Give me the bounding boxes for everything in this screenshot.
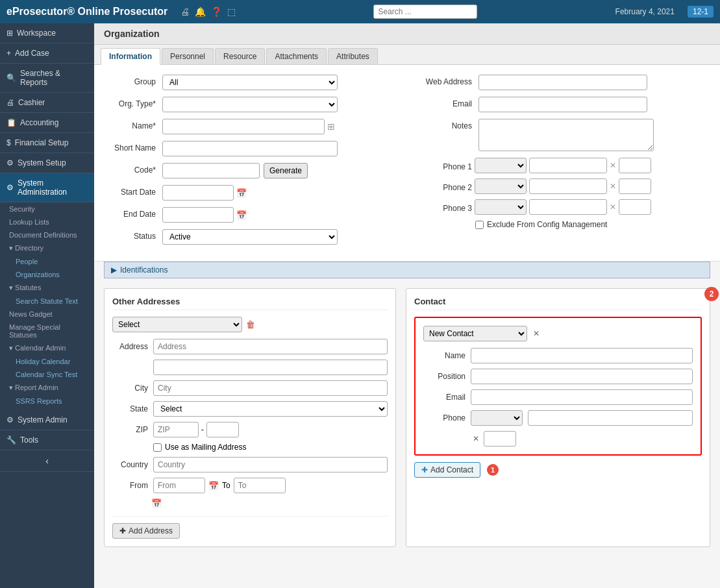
sidebar-collapse-btn[interactable]: ‹: [0, 450, 94, 472]
phone2-number-input[interactable]: [529, 178, 607, 194]
sidebar-tree-people[interactable]: People: [0, 255, 94, 268]
logout-icon[interactable]: ⬚: [227, 6, 236, 17]
to-input[interactable]: [234, 478, 286, 493]
phone1-type-select[interactable]: [475, 158, 527, 173]
identifications-section[interactable]: ▶ Identifications: [104, 262, 710, 278]
phone2-row: Phone 2 ✕: [414, 178, 710, 194]
sidebar-tree-security[interactable]: Security: [0, 202, 94, 215]
tab-attachments[interactable]: Attachments: [266, 48, 327, 64]
contact-phone-x-icon[interactable]: ✕: [471, 434, 481, 443]
zip-input[interactable]: [153, 422, 199, 437]
email-input[interactable]: [478, 97, 647, 112]
notes-textarea[interactable]: [478, 119, 654, 151]
address-delete-icon[interactable]: 🗑: [246, 319, 255, 330]
help-icon[interactable]: ❓: [211, 6, 222, 17]
tab-information[interactable]: Information: [101, 48, 160, 65]
contact-position-input[interactable]: [471, 369, 693, 384]
group-select[interactable]: All: [162, 75, 338, 90]
sidebar-item-searches[interactable]: 🔍 Searches & Reports: [0, 64, 94, 93]
mailing-checkbox[interactable]: [153, 443, 162, 452]
sidebar-item-financial-setup[interactable]: $ Financial Setup: [0, 133, 94, 153]
sidebar-item-system-setup[interactable]: ⚙ System Setup: [0, 153, 94, 173]
cashier-icon: 🖨: [6, 98, 14, 107]
code-label: Code*: [104, 163, 156, 175]
contact-phone-ext-input[interactable]: [484, 431, 516, 447]
sidebar-item-cashier[interactable]: 🖨 Cashier: [0, 93, 94, 113]
code-input[interactable]: [162, 163, 260, 178]
phone3-ext-input[interactable]: [619, 199, 651, 215]
end-date-input[interactable]: [162, 207, 234, 223]
name-input[interactable]: [162, 119, 325, 134]
sidebar-tree-calendar-admin[interactable]: ▾ Calendar Admin: [0, 341, 94, 355]
new-contact-select[interactable]: New Contact: [423, 326, 527, 341]
sidebar-item-system-admin[interactable]: ⚙ System Administration: [0, 173, 94, 202]
bell-icon[interactable]: 🔔: [195, 6, 206, 17]
exclude-checkbox[interactable]: [475, 221, 484, 229]
sidebar-tree-search-statute[interactable]: Search Statute Text: [0, 295, 94, 308]
address-line2-input[interactable]: [153, 360, 388, 375]
web-address-label: Web Address: [414, 75, 472, 86]
phone3-type-select[interactable]: [475, 199, 527, 215]
sidebar-tree-manage-statuses[interactable]: Manage Special Statuses: [0, 321, 94, 341]
add-address-button[interactable]: ✚ Add Address: [112, 523, 180, 539]
start-date-calendar-icon[interactable]: 📅: [236, 188, 247, 198]
phone1-x-icon[interactable]: ✕: [610, 161, 616, 170]
sidebar-item-sysadmin[interactable]: ⚙ System Admin: [0, 410, 94, 430]
web-address-input[interactable]: [478, 75, 647, 90]
phone2-ext-input[interactable]: [619, 178, 651, 194]
sidebar-item-add-case[interactable]: + Add Case: [0, 43, 94, 64]
org-type-select[interactable]: [162, 97, 338, 112]
sidebar-tree-statutes[interactable]: ▾ Statutes: [0, 281, 94, 295]
sidebar-tree-document-def[interactable]: Document Definitions: [0, 228, 94, 241]
print-icon[interactable]: 🖨: [180, 6, 190, 17]
status-row: Status Active: [104, 229, 401, 245]
sidebar-tree-holiday[interactable]: Holiday Calendar: [0, 355, 94, 368]
tab-attributes[interactable]: Attributes: [328, 48, 378, 64]
sidebar-tree-organizations[interactable]: Organizations: [0, 268, 94, 281]
contact-name-label: Name: [423, 351, 466, 360]
from-input[interactable]: [153, 478, 205, 493]
sidebar-item-workspace[interactable]: ⊞ Workspace: [0, 23, 94, 43]
country-input[interactable]: [153, 457, 388, 472]
short-name-input[interactable]: [162, 141, 338, 156]
phone3-number-input[interactable]: [529, 199, 607, 215]
contact-phone-type-select[interactable]: [471, 410, 523, 426]
sidebar-tree-calendar-sync[interactable]: Calendar Sync Test: [0, 368, 94, 381]
city-input[interactable]: [153, 380, 388, 396]
tab-resource[interactable]: Resource: [215, 48, 265, 64]
from-calendar-icon2[interactable]: 📅: [151, 498, 162, 508]
sidebar-item-tools[interactable]: 🔧 Tools: [0, 430, 94, 450]
state-select[interactable]: Select: [153, 401, 388, 417]
address-line1-input[interactable]: [153, 339, 388, 354]
address-type-select[interactable]: Select: [112, 317, 242, 332]
phone1-number-input[interactable]: [529, 158, 607, 173]
zip-ext-input[interactable]: [206, 422, 239, 437]
search-input[interactable]: [373, 5, 477, 19]
phone2-x-icon[interactable]: ✕: [610, 182, 616, 191]
contact-phone-input[interactable]: [528, 410, 693, 426]
short-name-label: Short Name: [104, 141, 156, 153]
contact-email-input[interactable]: [471, 389, 693, 405]
sidebar-tree-lookup-lists[interactable]: Lookup Lists: [0, 215, 94, 228]
generate-button[interactable]: Generate: [264, 163, 308, 178]
phone2-type-select[interactable]: [475, 178, 527, 194]
contact-phone-label: Phone: [423, 413, 466, 423]
sidebar-tree-ssrs[interactable]: SSRS Reports: [0, 395, 94, 408]
add-contact-button[interactable]: ✚ Add Contact: [414, 462, 480, 478]
from-calendar-icon[interactable]: 📅: [208, 481, 219, 491]
phone3-x-icon[interactable]: ✕: [610, 202, 616, 212]
new-contact-x-icon[interactable]: ✕: [531, 329, 541, 338]
contact-name-input[interactable]: [471, 348, 693, 363]
status-select[interactable]: Active: [162, 229, 338, 245]
phone1-ext-input[interactable]: [619, 158, 651, 173]
sidebar-tree-directory[interactable]: ▾ Directory: [0, 241, 94, 255]
end-date-calendar-icon[interactable]: 📅: [236, 210, 247, 220]
start-date-input[interactable]: [162, 185, 234, 201]
sidebar-tree-report-admin[interactable]: ▾ Report Admin: [0, 381, 94, 395]
contact-form-box: New Contact ✕ Name Position: [414, 317, 702, 456]
sidebar-item-accounting[interactable]: 📋 Accounting: [0, 113, 94, 133]
header-date: February 4, 2021: [615, 7, 675, 16]
state-label: State: [112, 404, 148, 413]
sidebar-tree-news[interactable]: News Gadget: [0, 308, 94, 321]
tab-personnel[interactable]: Personnel: [162, 48, 214, 64]
